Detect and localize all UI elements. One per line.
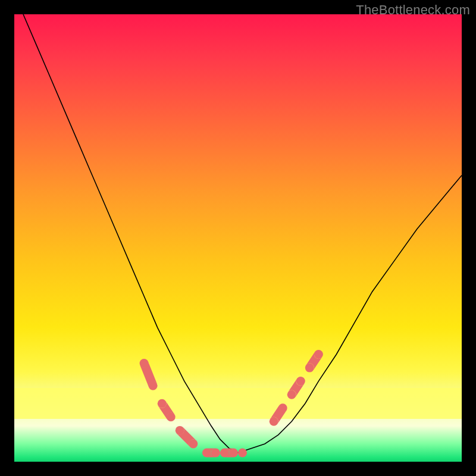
chart-marker-dot	[167, 412, 176, 421]
chart-marker-dot	[270, 417, 278, 426]
chart-marker-dot	[229, 449, 238, 458]
chart-marker-dot	[220, 449, 229, 458]
chart-curve-left	[23, 14, 238, 453]
chart-marker-dot	[149, 381, 158, 390]
chart-marker-dot	[158, 399, 167, 408]
chart-marker-dot	[189, 439, 198, 448]
chart-svg	[14, 14, 462, 462]
chart-marker-dot	[314, 350, 323, 359]
chart-marker-dot	[278, 403, 287, 412]
chart-marker-dot	[211, 449, 220, 458]
chart-marker-dot	[238, 449, 247, 458]
chart-marker-dot	[305, 364, 314, 372]
chart-marker-dot	[176, 426, 184, 435]
chart-curve-right	[238, 176, 462, 453]
chart-markers-left	[140, 359, 247, 457]
chart-marker-dot	[287, 390, 296, 399]
chart-marker-dot	[296, 377, 305, 386]
chart-frame	[14, 14, 462, 462]
chart-marker-dot	[202, 449, 211, 458]
chart-marker-dot	[140, 359, 149, 368]
